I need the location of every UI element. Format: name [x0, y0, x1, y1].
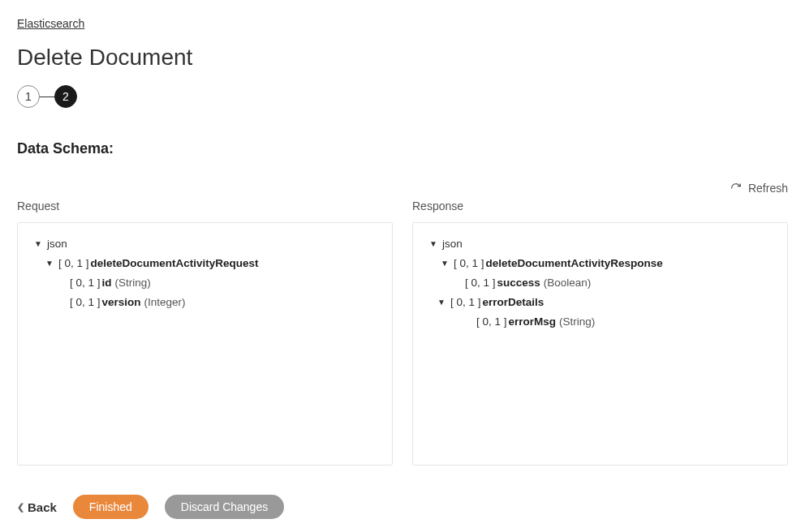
tree-node-root[interactable]: ▼ json: [423, 234, 777, 254]
tree-node[interactable]: [ 0, 1 ] id (String): [28, 273, 382, 293]
node-prefix: [ 0, 1 ]: [450, 295, 481, 310]
node-prefix: [ 0, 1 ]: [70, 276, 101, 290]
back-label: Back: [28, 500, 57, 514]
node-type: (String): [115, 276, 151, 290]
request-schema-box: ▼ json ▼ [ 0, 1 ] deleteDocumentActivity…: [17, 222, 393, 466]
finished-button[interactable]: Finished: [73, 495, 149, 519]
response-column: Response ▼ json ▼ [ 0, 1 ] deleteDocumen…: [412, 200, 788, 466]
node-type: (Boolean): [544, 276, 592, 290]
node-label: json: [442, 237, 463, 251]
chevron-down-icon[interactable]: ▼: [428, 237, 439, 251]
step-2[interactable]: 2: [54, 85, 77, 108]
refresh-icon: [730, 182, 742, 194]
tree-node[interactable]: ▼ [ 0, 1 ] deleteDocumentActivityRespons…: [423, 254, 777, 273]
tree-node[interactable]: ▼ [ 0, 1 ] deleteDocumentActivityRequest: [28, 254, 382, 273]
tree-node-root[interactable]: ▼ json: [28, 234, 382, 254]
stepper: 1 2: [17, 85, 788, 108]
node-name: deleteDocumentActivityRequest: [91, 256, 259, 271]
node-type: (String): [559, 315, 595, 329]
step-connector: [40, 97, 54, 97]
tree-node[interactable]: [ 0, 1 ] version (Integer): [28, 293, 382, 312]
node-prefix: [ 0, 1 ]: [454, 256, 484, 271]
chevron-down-icon[interactable]: ▼: [32, 237, 44, 251]
page-title: Delete Document: [17, 45, 788, 71]
back-button[interactable]: ❮ Back: [17, 500, 57, 514]
tree-node[interactable]: [ 0, 1 ] errorMsg (String): [423, 312, 777, 332]
breadcrumb-link[interactable]: Elasticsearch: [17, 17, 84, 30]
node-label: json: [47, 237, 67, 251]
request-column-label: Request: [17, 200, 393, 212]
node-name: id: [102, 276, 112, 290]
node-name: success: [497, 276, 540, 290]
refresh-label: Refresh: [748, 182, 788, 195]
node-name: errorDetails: [483, 295, 545, 310]
tree-node[interactable]: [ 0, 1 ] success (Boolean): [423, 273, 777, 293]
node-type: (Integer): [144, 295, 186, 310]
chevron-down-icon[interactable]: ▼: [439, 256, 450, 271]
tree-node[interactable]: ▼ [ 0, 1 ] errorDetails: [423, 293, 777, 312]
node-name: errorMsg: [509, 315, 557, 329]
node-prefix: [ 0, 1 ]: [476, 315, 507, 329]
node-prefix: [ 0, 1 ]: [465, 276, 496, 290]
refresh-button[interactable]: Refresh: [17, 182, 788, 195]
node-prefix: [ 0, 1 ]: [70, 295, 101, 310]
node-prefix: [ 0, 1 ]: [58, 256, 89, 271]
chevron-left-icon: ❮: [17, 502, 24, 513]
response-schema-box: ▼ json ▼ [ 0, 1 ] deleteDocumentActivity…: [412, 222, 788, 466]
chevron-down-icon[interactable]: ▼: [436, 295, 447, 310]
discard-changes-button[interactable]: Discard Changes: [165, 495, 284, 519]
node-name: version: [102, 295, 141, 310]
response-column-label: Response: [412, 200, 788, 212]
node-name: deleteDocumentActivityResponse: [486, 256, 663, 271]
section-title: Data Schema:: [17, 140, 788, 157]
request-column: Request ▼ json ▼ [ 0, 1 ] deleteDocument…: [17, 200, 393, 466]
step-1[interactable]: 1: [17, 85, 40, 108]
chevron-down-icon[interactable]: ▼: [44, 256, 55, 271]
footer-bar: ❮ Back Finished Discard Changes: [17, 495, 788, 519]
